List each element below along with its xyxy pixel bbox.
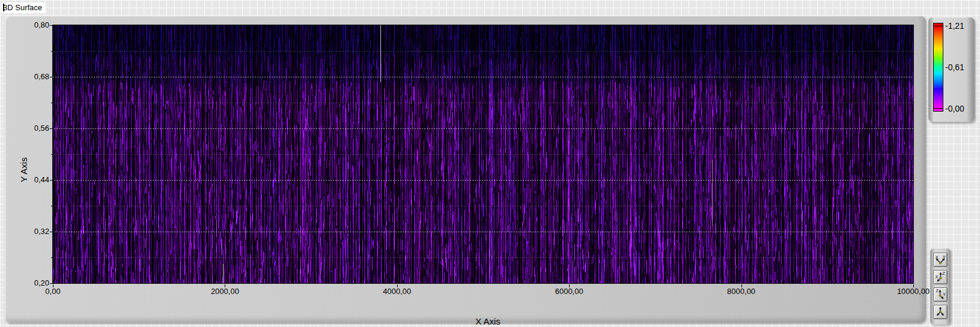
svg-text:X: X <box>936 254 939 260</box>
graph-title-text: 3D Surface <box>3 3 42 12</box>
svg-text:Z: Z <box>942 271 945 276</box>
y-major-tick <box>50 77 53 77</box>
svg-text:X: X <box>935 274 938 280</box>
y-major-tick <box>50 25 53 26</box>
surface-plot-canvas[interactable] <box>53 25 913 283</box>
x-tick-label: 0,00 <box>45 287 60 296</box>
color-scale-bar[interactable] <box>933 23 943 112</box>
y-minor-tick <box>51 103 53 103</box>
x-tick-label: 2000,00 <box>211 287 239 296</box>
plot-frame <box>52 25 914 284</box>
xy-axes-icon: XY <box>934 254 946 266</box>
svg-text:Z: Z <box>936 289 939 293</box>
y-major-tick <box>50 128 53 129</box>
front-panel-background: 3D Surface Y Axis X Axis -1,21-0,61-0,00… <box>0 0 980 327</box>
x-tick-label: 8000,00 <box>727 287 755 296</box>
y-minor-tick <box>51 206 53 206</box>
y-minor-tick <box>51 154 53 155</box>
zy-projection-button[interactable]: ZY <box>933 287 948 302</box>
scale-underrange-cap <box>934 109 943 111</box>
y-tick-label: 0,20 <box>12 279 49 287</box>
scale-gradient <box>934 26 943 108</box>
scale-label: -0,61 <box>945 62 964 72</box>
x-tick-label: 4000,00 <box>383 287 411 296</box>
x-axis-title: X Axis <box>475 316 501 326</box>
graph-title-label: 3D Surface <box>1 2 45 13</box>
svg-text:Y: Y <box>943 254 946 260</box>
scale-label: -1,21 <box>945 21 964 31</box>
3d-view-button[interactable] <box>933 305 948 319</box>
y-major-tick <box>50 180 53 181</box>
svg-text:Y: Y <box>943 292 946 297</box>
y-tick-label: 0,80 <box>12 21 49 29</box>
x-tick-label: 6000,00 <box>555 287 583 296</box>
zy-axes-icon: ZY <box>934 289 946 301</box>
y-tick-label: 0,56 <box>12 124 49 133</box>
y-minor-tick <box>51 257 53 258</box>
scale-label: -0,00 <box>945 104 964 113</box>
y-minor-tick <box>51 51 53 52</box>
y-tick-label: 0,44 <box>12 176 49 184</box>
xy-projection-button[interactable]: XY <box>933 253 948 267</box>
projection-button-strip: XYZXZY <box>930 248 951 325</box>
3d-axes-icon <box>934 306 946 318</box>
y-tick-label: 0,68 <box>12 73 49 81</box>
y-tick-label: 0,32 <box>12 227 49 236</box>
y-major-tick <box>50 283 53 284</box>
x-tick-label: 10000,00 <box>897 287 930 296</box>
color-scale-panel: -1,21-0,61-0,00 <box>928 17 975 122</box>
xz-projection-button[interactable]: ZX <box>933 270 948 284</box>
xz-axes-icon: ZX <box>934 271 946 283</box>
y-major-tick <box>50 232 53 232</box>
